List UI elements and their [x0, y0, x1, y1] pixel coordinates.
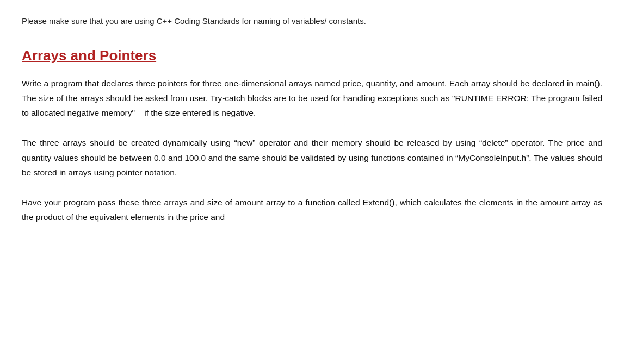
- intro-text: Please make sure that you are using C++ …: [22, 16, 602, 26]
- paragraph-1: Write a program that declares three poin…: [22, 76, 602, 120]
- section-heading: Arrays and Pointers: [22, 47, 602, 64]
- paragraph-3: Have your program pass these three array…: [22, 195, 602, 224]
- paragraph-2: The three arrays should be created dynam…: [22, 135, 602, 179]
